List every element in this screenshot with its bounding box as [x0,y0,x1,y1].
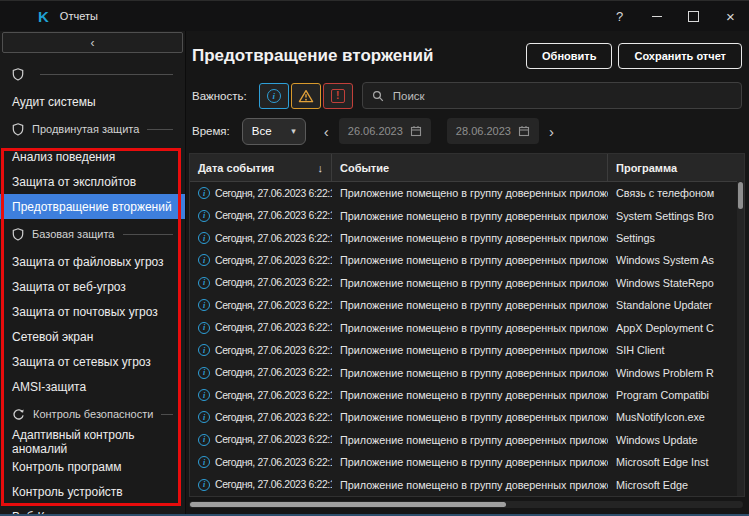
close-icon: × [726,9,735,24]
event-program-cell: SIH Client [616,344,665,356]
sidebar-nav: Аудит системы Продвинутая защита Анализ … [0,59,185,514]
column-header-date[interactable]: Дата события ↓ [190,154,332,181]
event-date-cell: Сегодня, 27.06.2023 6:22:12 [215,300,332,311]
info-icon: i [198,210,210,222]
event-description-cell: Приложение помещено в группу доверенных … [340,232,608,244]
sidebar-item[interactable]: Защита от эксплойтов [0,169,185,194]
sidebar-item[interactable]: Защита от почтовых угроз [0,299,185,324]
sidebar-item-label: Веб-Контроль [12,510,90,515]
sidebar-item-label: Защита от сетевых угроз [12,355,151,369]
sidebar-item[interactable]: Контроль программ [0,454,185,479]
event-description-cell: Приложение помещено в группу доверенных … [340,389,608,401]
event-description-cell: Приложение помещено в группу доверенных … [340,322,608,334]
table-row[interactable]: i Сегодня, 27.06.2023 6:22:12 Приложение… [190,227,744,249]
date-from-field[interactable]: 26.06.2023 [339,118,431,144]
column-header-program[interactable]: Программа [608,154,744,181]
info-icon: i [198,344,210,356]
section-divider [147,129,173,130]
importance-critical-button[interactable]: ! [323,83,353,109]
table-row[interactable]: i Сегодня, 27.06.2023 6:22:12 Приложение… [190,451,744,473]
sidebar-back-button[interactable]: ‹ [2,32,183,53]
save-report-button[interactable]: Сохранить отчет [618,43,742,69]
sidebar-item[interactable]: Защита от файловых угроз [0,249,185,274]
info-icon: i [198,277,210,289]
table-row[interactable]: i Сегодня, 27.06.2023 6:22:12 Приложение… [190,182,744,204]
date-from-value: 26.06.2023 [348,125,403,137]
date-to-field[interactable]: 28.06.2023 [447,118,539,144]
sidebar-item[interactable]: Адаптивный контроль аномалий [0,429,185,454]
sidebar-item[interactable]: Сетевой экран [0,324,185,349]
sidebar-item[interactable]: Веб-Контроль [0,504,185,514]
main-header: Предотвращение вторжений Обновить Сохран… [192,43,742,69]
event-program-cell: AppX Deployment C [616,322,714,334]
minimize-button[interactable] [638,1,675,31]
table-row[interactable]: i Сегодня, 27.06.2023 6:22:12 Приложение… [190,272,744,294]
info-icon: i [198,367,210,379]
table-row[interactable]: i Сегодня, 27.06.2023 6:22:12 Приложение… [190,361,744,383]
app-window: K Отчеты ? × ‹ Аудит системы [0,1,749,516]
close-button[interactable]: × [712,1,749,31]
minimize-icon [652,16,662,17]
event-date-cell: Сегодня, 27.06.2023 6:22:12 [215,322,332,333]
sidebar-item-label: Контроль программ [12,460,122,474]
table-row[interactable]: i Сегодня, 27.06.2023 6:22:12 Приложение… [190,406,744,428]
previous-period-button[interactable]: ‹ [314,123,339,140]
table-row[interactable]: i Сегодня, 27.06.2023 6:22:12 Приложение… [190,294,744,316]
sidebar-item[interactable]: Предотвращение вторжений [0,194,185,219]
search-input[interactable] [391,89,732,103]
event-program-cell: Program Compatibi [616,389,709,401]
event-date-cell: Сегодня, 27.06.2023 6:22:12 [215,434,332,445]
event-date-cell: Сегодня, 27.06.2023 6:22:12 [215,390,332,401]
calendar-icon [518,125,530,137]
page-title: Предотвращение вторжений [192,46,433,66]
event-date-cell: Сегодня, 27.06.2023 6:22:12 [215,412,332,423]
event-date-cell: Сегодня, 27.06.2023 6:22:12 [215,210,332,221]
table-row[interactable]: i Сегодня, 27.06.2023 6:22:12 Приложение… [190,429,744,451]
info-icon: i [198,322,210,334]
horizontal-scrollbar-thumb[interactable] [190,502,506,507]
table-row[interactable]: i Сегодня, 27.06.2023 6:22:12 Приложение… [190,249,744,271]
table-row[interactable]: i Сегодня, 27.06.2023 6:22:12 Приложение… [190,384,744,406]
table-row[interactable]: i Сегодня, 27.06.2023 6:22:12 Приложение… [190,317,744,339]
next-period-button[interactable]: › [539,123,564,140]
sidebar-section-label: Продвинутая защита [32,123,139,135]
importance-warning-button[interactable] [291,83,321,109]
column-header-event[interactable]: Событие [332,154,608,181]
sidebar-item[interactable]: Анализ поведения [0,144,185,169]
sidebar-item-label: Аудит системы [12,95,96,109]
sidebar-section-header: Контроль безопасности [0,399,185,429]
sidebar-item[interactable]: Защита от веб-угроз [0,274,185,299]
sidebar-item[interactable]: Защита от сетевых угроз [0,349,185,374]
refresh-button[interactable]: Обновить [526,43,612,69]
event-program-cell: Settings [616,232,655,244]
sidebar-item-label: AMSI-защита [12,380,86,394]
titlebar: K Отчеты ? × [0,1,749,31]
sidebar-item[interactable]: Контроль устройств [0,479,185,504]
event-date-cell: Сегодня, 27.06.2023 6:22:12 [215,367,332,378]
event-date-cell: Сегодня, 27.06.2023 6:22:12 [215,457,332,468]
event-program-cell: Microsoft Edge [616,479,688,491]
event-program-cell: Standalone Updater [616,299,712,311]
vertical-scrollbar[interactable] [737,181,744,496]
table-row[interactable]: i Сегодня, 27.06.2023 6:22:12 Приложение… [190,204,744,226]
shield-icon [12,228,24,241]
importance-info-button[interactable]: i [259,83,289,109]
maximize-button[interactable] [675,1,712,31]
table-row[interactable]: i Сегодня, 27.06.2023 6:22:12 Приложение… [190,339,744,361]
info-icon: i [198,232,210,244]
search-box[interactable] [362,82,742,109]
time-range-dropdown[interactable]: Все ▾ [242,118,306,145]
horizontal-scrollbar[interactable] [189,501,743,508]
sidebar-section-label: Контроль безопасности [33,408,153,420]
sidebar-section-header [0,59,185,89]
sidebar-item[interactable]: Аудит системы [0,89,185,114]
importance-label: Важность: [192,90,247,102]
help-button[interactable]: ? [601,1,638,31]
chevron-left-icon: ‹ [91,36,95,50]
sidebar-item[interactable]: AMSI-защита [0,374,185,399]
vertical-scrollbar-thumb[interactable] [738,182,743,209]
shield-icon [12,123,24,136]
sidebar-section-label: Базовая защита [32,228,115,240]
event-program-cell: MusNotifyIcon.exe [616,411,705,423]
table-row[interactable]: i Сегодня, 27.06.2023 6:22:12 Приложение… [190,473,744,495]
